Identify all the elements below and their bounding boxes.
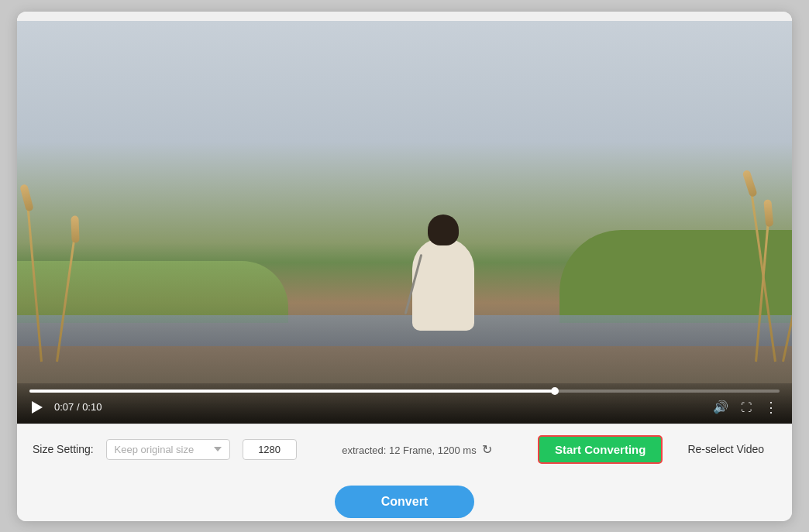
person-head	[428, 215, 459, 245]
time-display: 0:07 / 0:10	[54, 401, 102, 413]
play-icon	[32, 401, 43, 414]
top-bar	[17, 12, 792, 21]
video-container: 0:07 / 0:10 🔊 ⛶ ⋮	[17, 21, 792, 424]
volume-icon[interactable]: 🔊	[713, 400, 728, 414]
play-button[interactable]	[29, 400, 45, 415]
main-card: 0:07 / 0:10 🔊 ⛶ ⋮ Size Setting: Keep ori…	[17, 12, 792, 521]
size-setting-label: Size Setting:	[33, 443, 94, 455]
start-converting-button[interactable]: Start Converting	[538, 435, 663, 464]
convert-button[interactable]: Convert	[335, 486, 474, 518]
size-select-value: Keep original size	[115, 444, 208, 455]
chevron-down-icon	[214, 447, 222, 451]
width-input[interactable]	[243, 439, 297, 460]
progress-fill	[29, 390, 555, 393]
person-body	[412, 238, 474, 331]
convert-btn-container: Convert	[17, 475, 792, 521]
reselect-video-button[interactable]: Re-select Video	[675, 437, 776, 462]
person-figure	[412, 238, 474, 331]
controls-right: 🔊 ⛶ ⋮	[713, 399, 780, 416]
refresh-icon[interactable]: ↻	[482, 442, 492, 457]
size-select-dropdown[interactable]: Keep original size	[106, 439, 230, 460]
bottom-toolbar: Size Setting: Keep original size extract…	[17, 424, 792, 475]
fullscreen-icon[interactable]: ⛶	[741, 401, 752, 414]
video-frame	[17, 21, 792, 424]
controls-row: 0:07 / 0:10 🔊 ⛶ ⋮	[29, 399, 780, 416]
extracted-info: extracted: 12 Frame, 1200 ms ↻	[309, 442, 525, 457]
more-options-icon[interactable]: ⋮	[764, 399, 780, 416]
controls-left: 0:07 / 0:10	[29, 400, 102, 415]
reed-top-left-2	[71, 215, 79, 242]
progress-bar[interactable]	[29, 390, 780, 393]
left-hill	[17, 261, 288, 323]
video-controls: 0:07 / 0:10 🔊 ⛶ ⋮	[17, 383, 792, 424]
